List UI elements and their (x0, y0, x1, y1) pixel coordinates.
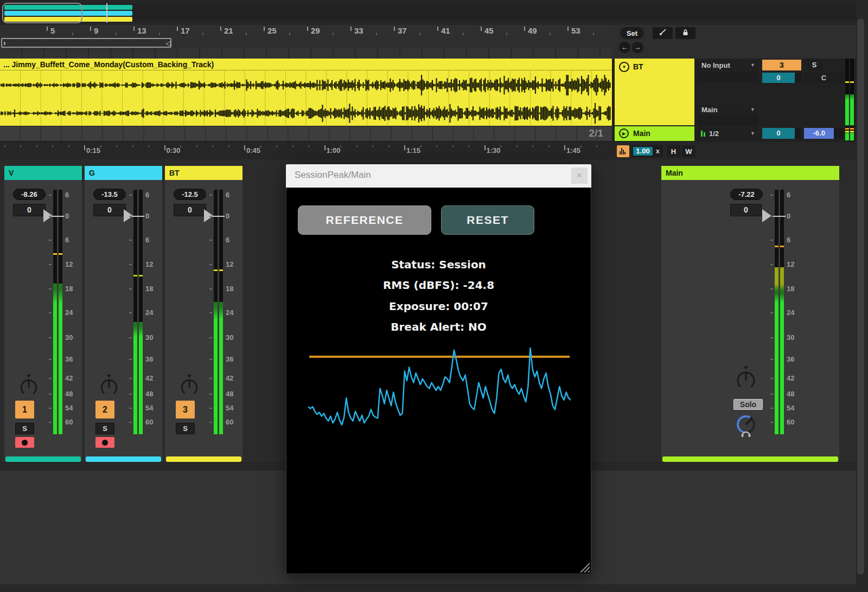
time-tick-minor (500, 145, 501, 147)
loop-region[interactable]: › ◁ (1, 38, 171, 48)
pan-knob-icon (97, 374, 122, 398)
time-tick (484, 145, 486, 150)
db-scale-label: 30 (226, 333, 233, 342)
meter-scale: 606121824303642485460 (787, 190, 803, 434)
track-header-bt[interactable]: ▼ BT (615, 59, 694, 125)
track-number-button[interactable]: 2 (95, 401, 114, 419)
track-number-button[interactable]: 3 (176, 401, 195, 419)
clip-waveform (0, 70, 612, 125)
height-zoom-button[interactable]: H (667, 145, 680, 157)
set-locator-button[interactable]: Set (620, 27, 644, 39)
arm-record-button[interactable] (15, 437, 34, 448)
resize-handle[interactable] (578, 561, 590, 572)
gain-field[interactable]: 0 (174, 204, 206, 216)
main-output-select[interactable]: 1/2 ▼ (698, 128, 758, 139)
db-scale-label: 42 (65, 374, 73, 382)
solo-button[interactable]: Solo (733, 399, 763, 410)
overview-view-outline[interactable] (2, 3, 82, 23)
strip-title-BT[interactable]: BT (165, 166, 242, 180)
time-tick-minor (372, 145, 373, 147)
db-scale-label: 30 (65, 333, 73, 342)
db-scale-label: 24 (65, 308, 73, 317)
strip-title-G[interactable]: G (85, 166, 162, 180)
input-channel-box[interactable] (698, 73, 758, 82)
gain-field[interactable]: 0 (13, 204, 46, 216)
prev-locator-icon[interactable]: ← (619, 42, 630, 53)
arrangement-overview[interactable] (0, 0, 868, 25)
audio-clip-bt[interactable]: ... Jimmy_Buffett_Come_Monday(Custom_Bac… (0, 59, 612, 126)
output-channel-box[interactable] (698, 115, 758, 125)
loop-start-marker[interactable]: › (3, 38, 6, 47)
peak-level-display[interactable]: -12.5 (174, 189, 206, 200)
reset-button[interactable]: RESET (441, 205, 534, 235)
arm-record-button[interactable] (95, 437, 114, 448)
plugin-titlebar[interactable]: SessionPeak/Main × (286, 164, 591, 188)
next-locator-icon[interactable]: → (632, 42, 643, 53)
track-number-button[interactable]: 1 (15, 401, 34, 419)
close-icon[interactable]: × (571, 168, 588, 184)
width-zoom-button[interactable]: W (682, 145, 695, 157)
time-ruler[interactable]: 0:150:300:451:001:151:301:45 (0, 142, 868, 159)
cue-volume-knob[interactable] (733, 412, 759, 440)
speed-unit: x (656, 145, 660, 157)
bt-solo-button[interactable]: S (806, 60, 823, 70)
vertical-scrollbar[interactable] (856, 0, 868, 592)
solo-button[interactable]: S (15, 423, 34, 434)
time-tick-minor (100, 145, 101, 147)
draw-mode-icon[interactable] (653, 27, 673, 39)
crossfade-assign-box[interactable]: C (804, 73, 844, 83)
pan-knob[interactable] (97, 374, 122, 401)
pan-knob[interactable] (177, 374, 202, 401)
chevron-down-icon: ▼ (750, 60, 755, 71)
reference-button[interactable]: REFERENCE (298, 205, 431, 235)
scrollbar-handle[interactable] (857, 18, 864, 575)
strip-title-main[interactable]: Main (661, 166, 839, 180)
pan-knob[interactable] (16, 374, 41, 401)
loop-end-marker[interactable]: ◁ (165, 39, 171, 47)
time-tick-minor (148, 145, 149, 147)
zero-db-line (773, 216, 786, 217)
solo-button[interactable]: S (176, 423, 195, 434)
strip-title-V[interactable]: V (4, 166, 82, 180)
time-tick-minor (212, 145, 213, 147)
main-volume-box[interactable]: -6.0 (804, 128, 844, 139)
main-track-lane[interactable]: 2/1 (0, 126, 612, 141)
db-scale-label: 6 (226, 236, 229, 244)
beat-time-ruler[interactable]: 591317212529333741454953 (0, 25, 612, 38)
track-header-main[interactable]: ▶ Main (615, 126, 694, 141)
gain-field[interactable]: 0 (730, 204, 762, 216)
time-label: 1:00 (327, 146, 341, 155)
pan-knob[interactable] (732, 365, 760, 395)
track-name-main: Main (633, 129, 650, 138)
bar-tick (307, 27, 308, 31)
peak-level-display[interactable]: -13.5 (93, 189, 126, 200)
lock-icon[interactable] (675, 27, 695, 39)
bar-tick-minor (419, 33, 420, 35)
output-routing-select[interactable]: Main ▼ (698, 104, 758, 115)
clip-title[interactable]: ... Jimmy_Buffett_Come_Monday(Custom_Bac… (0, 59, 612, 70)
level-meter (53, 190, 62, 434)
meter-bar-right (780, 190, 784, 434)
scrub-area[interactable] (0, 48, 612, 59)
peak-level-display[interactable]: -7.22 (730, 189, 763, 200)
time-label: 1:45 (566, 146, 580, 155)
time-tick-minor (180, 145, 181, 147)
audition-waveform-icon[interactable] (617, 145, 629, 157)
solo-button[interactable]: S (95, 423, 114, 434)
play-icon[interactable]: ▶ (619, 128, 629, 138)
track-fold-icon[interactable]: ▼ (619, 62, 629, 72)
plugin-window-sessionpeak[interactable]: SessionPeak/Main × REFERENCE RESET Statu… (286, 164, 591, 574)
meter-bar-right (850, 126, 854, 140)
gain-field[interactable]: 0 (93, 204, 126, 216)
playback-speed-box[interactable]: 1.00 x (631, 145, 663, 157)
input-routing-select[interactable]: No Input ▼ (698, 60, 758, 71)
main-pan-box[interactable]: 0 (762, 128, 801, 139)
peak-level-display[interactable]: -8.26 (13, 189, 46, 200)
track-number-box[interactable]: 3 (762, 60, 801, 70)
time-tick-minor (308, 145, 309, 147)
bt-pan-box[interactable]: 0 (762, 73, 801, 83)
strip-color-bar (166, 456, 241, 462)
bar-tick (47, 27, 48, 31)
bar-tick-minor (506, 33, 507, 35)
time-tick (244, 145, 245, 150)
